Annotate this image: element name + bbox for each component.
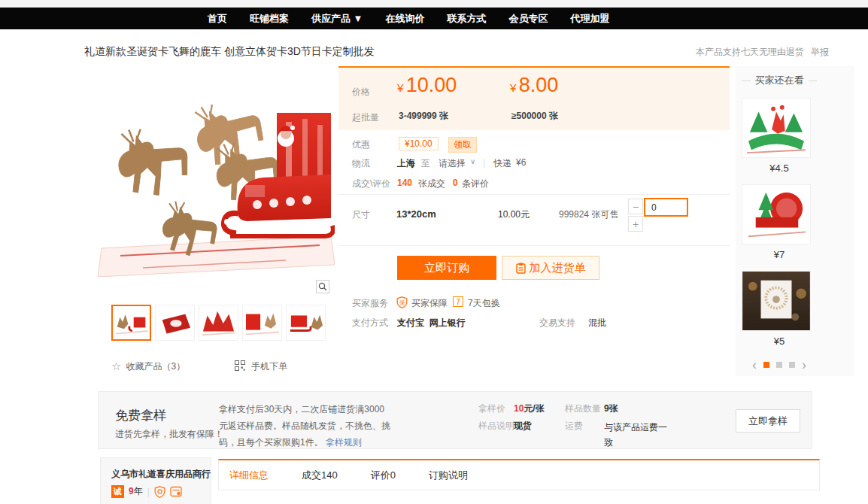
guarantee-shield-icon: 保 [396, 296, 408, 308]
free-sample-title: 免费拿样 [115, 407, 166, 424]
page-title: 礼道新款圣诞贺卡飞舞的鹿车 创意立体贺卡3D节日卡定制批发 [84, 45, 375, 59]
also-viewing-title: 买家还在看 [755, 74, 804, 87]
divider: | [483, 157, 485, 168]
favorite-star-icon: ☆ [111, 360, 121, 373]
moq-tier-1: 3-499999 张 [399, 110, 448, 123]
report-link[interactable]: 举报 [811, 46, 829, 59]
trade-support-value: 混批 [588, 317, 606, 329]
free-sample-section: 免费拿样 进货先拿样，批发有保障！ 拿样支付后30天内，二次店铺进货满3000元… [98, 391, 812, 449]
thumbnail-5[interactable] [286, 305, 326, 341]
carousel-pagination: ‹ › [742, 360, 817, 369]
gallery-actions: ☆ 收藏产品（3） 手机下单 [111, 360, 287, 373]
carousel-next-icon[interactable]: › [802, 360, 806, 369]
thumbnail-1[interactable] [111, 305, 151, 341]
nav-item-home[interactable]: 首页 [208, 12, 227, 26]
quantity-increase-button[interactable]: + [628, 216, 643, 232]
carousel-dot-2[interactable] [776, 362, 782, 368]
return-policy-text: 本产品支持七天无理由退货 [696, 46, 804, 59]
tab-reviews[interactable]: 评价0 [371, 469, 396, 482]
express-fee: ¥6 [516, 157, 526, 168]
qr-code-icon [235, 360, 245, 373]
clipboard-icon [516, 263, 526, 274]
divider-line [338, 245, 730, 246]
region-select[interactable]: 请选择 [439, 157, 466, 170]
carousel-prev-icon[interactable]: ‹ [752, 360, 757, 369]
add-to-cart-button[interactable]: 加入进货单 [502, 256, 599, 280]
coupon-claim-button[interactable]: 领取 [448, 137, 477, 153]
integrity-badge-icon: 诚 [111, 485, 124, 498]
related-product-2[interactable]: ¥7 [742, 184, 817, 260]
express-label: 快递 [493, 157, 511, 170]
nav-item-shop-archive[interactable]: 旺铺档案 [250, 12, 289, 26]
tab-order-notes[interactable]: 订购说明 [429, 469, 468, 482]
thumbnail-strip [111, 305, 326, 341]
price-tier-2: ¥ 8.00 [510, 74, 558, 97]
payment-label: 支付方式 [352, 317, 388, 329]
also-viewing-header: 买家还在看 [742, 74, 817, 87]
product-main-image[interactable] [98, 66, 335, 292]
related-product-1[interactable]: ¥4.5 [742, 98, 817, 174]
svg-text:保: 保 [399, 299, 405, 306]
top-strip [0, 0, 868, 8]
carousel-dot-3[interactable] [789, 362, 795, 368]
sample-spec-value: 现货 [514, 420, 532, 433]
get-sample-button[interactable]: 立即拿样 [736, 409, 800, 433]
price-tier-1: ¥ 10.00 [397, 74, 457, 97]
related-product-3[interactable]: ¥5 [742, 271, 817, 347]
thumbnail-3[interactable] [199, 305, 238, 341]
seven-day-icon: 7 [453, 296, 463, 307]
nav-item-products[interactable]: 供应产品 ▼ [311, 12, 363, 26]
mobile-order-link[interactable]: 手机下单 [251, 360, 287, 373]
chevron-down-icon[interactable]: ∨ [470, 157, 475, 165]
payment-methods: 支付宝 网上银行 [397, 317, 466, 329]
related-price: ¥7 [742, 249, 817, 260]
ship-from: 上海 [397, 157, 415, 170]
zoom-image-button[interactable] [316, 280, 329, 293]
favorite-product-link[interactable]: 收藏产品（3） [126, 360, 185, 373]
nav-item-contact[interactable]: 联系方式 [447, 12, 486, 26]
price-label: 价格 [352, 86, 370, 99]
sample-qty-value: 9张 [604, 402, 618, 415]
thumbnail-2[interactable] [155, 305, 195, 341]
deals-label: 成交\评价 [352, 178, 390, 190]
top-nav: 首页 旺铺档案 供应产品 ▼ 在线询价 联系方式 会员专区 代理加盟 [0, 8, 868, 29]
also-viewing-panel: 买家还在看 ¥4.5 ¥7 ¥5 ‹ › [736, 66, 854, 376]
sku-label: 尺寸 [352, 208, 370, 221]
carousel-dot-1[interactable] [763, 362, 769, 368]
review-count[interactable]: 0 [453, 178, 458, 188]
free-sample-description: 拿样支付后30天内，二次店铺进货满3000元返还样品费。样品随机发货，不挑色、挑… [219, 401, 393, 451]
review-count-unit: 条评价 [462, 178, 489, 190]
nav-item-member[interactable]: 会员专区 [508, 12, 548, 26]
detail-tabbar: 详细信息 成交140 评价0 订购说明 [218, 459, 820, 490]
quantity-input[interactable] [644, 198, 688, 217]
quantity-decrease-button[interactable]: − [628, 199, 643, 214]
sku-unit-price: 10.00元 [498, 208, 530, 221]
seller-shield-icon [154, 486, 165, 498]
thumbnail-4[interactable] [242, 305, 282, 341]
divider-line [338, 194, 730, 195]
sample-price-number: 10 [514, 403, 524, 414]
guarantee-label: 买家保障 [411, 297, 448, 310]
tab-deals[interactable]: 成交140 [302, 469, 338, 482]
exchange-label: 7天包换 [468, 297, 500, 310]
seller-card-icon [170, 486, 182, 497]
order-now-button[interactable]: 立即订购 [397, 256, 496, 280]
tab-detail-info[interactable]: 详细信息 [229, 469, 269, 482]
sample-rules-link[interactable]: 拿样规则 [326, 437, 362, 448]
seller-name[interactable]: 义乌市礼道喜庆用品商行 [111, 468, 211, 481]
moq-tier-2: ≥500000 张 [511, 110, 558, 123]
sample-ship-value: 与该产品运费一致 [604, 420, 673, 451]
price-amount: 10.00 [406, 74, 457, 96]
nav-item-agent[interactable]: 代理加盟 [570, 12, 609, 26]
years-unit: 年 [134, 486, 143, 496]
nav-item-inquiry[interactable]: 在线询价 [385, 12, 424, 26]
moq-label: 起批量 [352, 111, 379, 124]
deal-count-unit: 张成交 [418, 178, 445, 190]
sample-price-label: 拿样价 [478, 402, 505, 415]
price-box: 价格 ¥ 10.00 ¥ 8.00 起批量 3-499999 张 ≥500000… [338, 66, 730, 130]
sample-price-value: 10元/张 [514, 402, 545, 415]
buy-box: 价格 ¥ 10.00 ¥ 8.00 起批量 3-499999 张 ≥500000… [338, 66, 730, 337]
sample-qty-label: 样品数量 [565, 402, 601, 415]
promo-label: 优惠 [352, 138, 370, 151]
deal-count[interactable]: 140 [397, 178, 412, 188]
